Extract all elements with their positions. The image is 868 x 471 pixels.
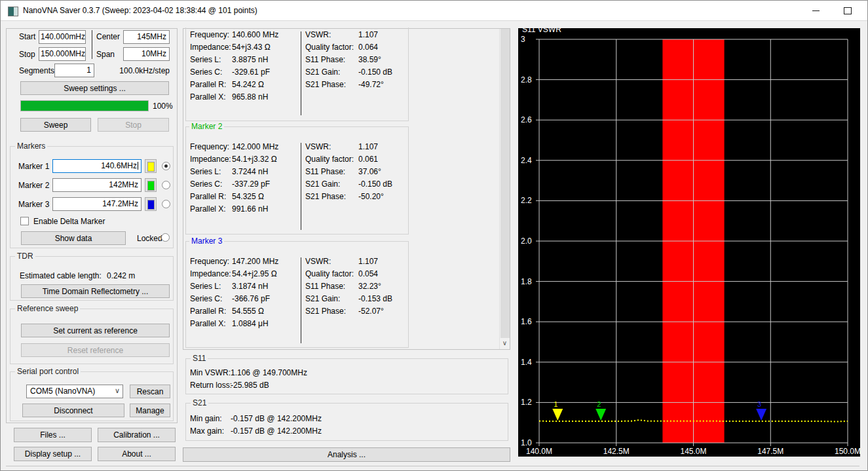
- field-label: Series L:: [190, 54, 232, 66]
- marker2-color-button[interactable]: [145, 178, 157, 192]
- marker-field-row: S21 Gain:-0.150 dB: [305, 178, 407, 191]
- marker3-radio[interactable]: [162, 200, 170, 208]
- minimize-button[interactable]: [805, 1, 827, 21]
- sweep-settings-button[interactable]: Sweep settings ...: [20, 81, 169, 95]
- marker1-radio[interactable]: [162, 162, 170, 170]
- field-label: S21 Gain:: [305, 293, 358, 305]
- manage-button[interactable]: Manage: [130, 404, 170, 417]
- minimize-icon: [812, 10, 820, 11]
- span-label: Span: [96, 50, 115, 59]
- marker3-data-card: Marker 3 Frequency:147.200 MHzImpedance:…: [185, 241, 409, 348]
- segments-input[interactable]: 1: [54, 64, 94, 77]
- marker1-color-button[interactable]: [145, 159, 157, 173]
- marker-field-row: Frequency:147.200 MHz: [190, 255, 299, 268]
- marker-field-row: Impedance:54+j3.43 Ω: [190, 41, 299, 54]
- field-value: 1.107: [358, 142, 378, 151]
- field-value: 37.06°: [358, 167, 381, 176]
- marker3-label: Marker 3: [18, 200, 49, 209]
- chart-canvas[interactable]: 140.0M142.5M145.0M147.5M150.0M32.82.62.4…: [518, 28, 860, 457]
- field-value: 54+j3.43 Ω: [232, 43, 271, 52]
- files-button[interactable]: Files ...: [14, 428, 92, 442]
- marker-field-row: VSWR:1.107: [305, 255, 407, 268]
- field-value: 3.8875 nH: [232, 55, 268, 64]
- field-value: 991.66 nH: [232, 204, 268, 214]
- marker2-input[interactable]: 142MHz: [52, 178, 142, 192]
- segments-label: Segments: [19, 66, 54, 75]
- field-value: 54.325 Ω: [232, 192, 264, 201]
- marker2-right-fields: VSWR:1.107Quality factor:0.061S11 Phase:…: [305, 141, 407, 203]
- marker-field-row: S11 Phase:37.06°: [305, 166, 407, 178]
- marker1-right-fields: VSWR:1.107Quality factor:0.064S11 Phase:…: [305, 29, 407, 91]
- field-label: Parallel X:: [190, 91, 232, 104]
- analysis-button[interactable]: Analysis ...: [183, 447, 510, 462]
- y-tick-label: 1.4: [521, 358, 532, 367]
- enable-delta-checkbox[interactable]: [20, 217, 29, 225]
- reference-group-title: Reference sweep: [15, 304, 80, 313]
- chart-marker-2[interactable]: [595, 409, 606, 421]
- scrollbar-thumb[interactable]: [500, 29, 510, 338]
- field-label: Frequency:: [190, 29, 232, 41]
- y-tick-label: 2.8: [521, 75, 532, 85]
- maximize-button[interactable]: [837, 1, 859, 21]
- marker1-input[interactable]: 140.6MHz: [52, 159, 142, 173]
- span-input[interactable]: 10MHz: [123, 47, 170, 61]
- window-title: NanoVNA Saver 0.3.7 (Sweep: 2023-04-02 1…: [23, 6, 257, 15]
- marker2-radio[interactable]: [162, 181, 170, 189]
- s11-vswr-chart[interactable]: 140.0M142.5M145.0M147.5M150.0M32.82.62.4…: [518, 28, 860, 457]
- about-button[interactable]: About ...: [98, 447, 176, 461]
- disconnect-button[interactable]: Disconnect: [22, 404, 124, 417]
- marker-field-row: Parallel R:54.555 Ω: [190, 305, 299, 318]
- field-value: -366.76 pF: [232, 294, 270, 303]
- cable-length-value: 0.242 m: [107, 271, 135, 280]
- s11-group-title: S11: [191, 354, 208, 363]
- locked-radio[interactable]: [161, 233, 170, 242]
- field-value: 1.107: [358, 30, 378, 39]
- tdr-group-title: TDR: [15, 252, 35, 261]
- field-value: -52.07°: [358, 307, 384, 316]
- rescan-button[interactable]: Rescan: [130, 385, 170, 398]
- field-label: Frequency:: [190, 141, 232, 153]
- center-input[interactable]: 145MHz: [123, 30, 170, 44]
- marker-field-row: Series L:3.8875 nH: [190, 54, 299, 66]
- stop-button[interactable]: Stop: [98, 118, 169, 132]
- chart-marker-1[interactable]: [552, 409, 563, 421]
- scroll-down-arrow-icon[interactable]: ∨: [500, 339, 510, 349]
- field-value: 0.054: [358, 269, 378, 278]
- marker-field-row: Series L:3.1874 nH: [190, 280, 299, 293]
- set-reference-button[interactable]: Set current as reference: [21, 324, 170, 337]
- marker3-card-title: Marker 3: [189, 236, 224, 246]
- show-data-button[interactable]: Show data: [21, 231, 126, 245]
- field-label: Parallel R:: [190, 191, 232, 203]
- marker-data-scrollbar[interactable]: ∨: [499, 29, 510, 349]
- stop-input[interactable]: 150.000MHz: [39, 47, 86, 61]
- field-value: 54.4+j2.95 Ω: [232, 269, 277, 278]
- reset-reference-button[interactable]: Reset reference: [21, 343, 170, 357]
- marker-field-row: Series C:-329.61 pF: [190, 66, 299, 79]
- s21-min-gain-row: Min gain:-0.157 dB @ 142.200MHz: [190, 414, 322, 423]
- marker3-input[interactable]: 147.2MHz: [52, 197, 142, 211]
- field-value: -25.985 dB: [231, 381, 269, 390]
- marker3-right-fields: VSWR:1.107Quality factor:0.054S11 Phase:…: [305, 255, 407, 318]
- serial-port-select[interactable]: COM5 (NanoVNA)∨: [26, 385, 123, 398]
- field-label: S11 Phase:: [305, 166, 358, 178]
- x-tick-label: 142.5M: [603, 447, 630, 456]
- start-input[interactable]: 140.000mHz: [39, 30, 86, 44]
- calibration-button[interactable]: Calibration ...: [98, 428, 176, 442]
- y-tick-label: 2.2: [521, 196, 532, 205]
- display-setup-button[interactable]: Display setup ...: [14, 447, 92, 461]
- field-value: 0.061: [358, 155, 378, 164]
- field-label: Series L:: [190, 280, 232, 293]
- marker-field-row: S21 Phase:-50.20°: [305, 191, 407, 203]
- field-value: 54.1+j3.32 Ω: [232, 155, 277, 164]
- tdr-button[interactable]: Time Domain Reflectometry ...: [21, 284, 170, 298]
- field-label: Series C:: [190, 66, 232, 79]
- chart-marker-3[interactable]: [756, 409, 766, 421]
- sweep-button[interactable]: Sweep: [20, 118, 91, 132]
- marker3-color-button[interactable]: [145, 197, 157, 211]
- start-label: Start: [19, 32, 35, 41]
- marker-field-row: VSWR:1.107: [305, 141, 407, 153]
- markers-group: Markers Marker 1 140.6MHz Marker 2 142MH…: [10, 146, 174, 248]
- field-label: Impedance:: [190, 41, 232, 54]
- marker1-label: Marker 1: [18, 162, 49, 171]
- field-label: Series C:: [190, 293, 232, 305]
